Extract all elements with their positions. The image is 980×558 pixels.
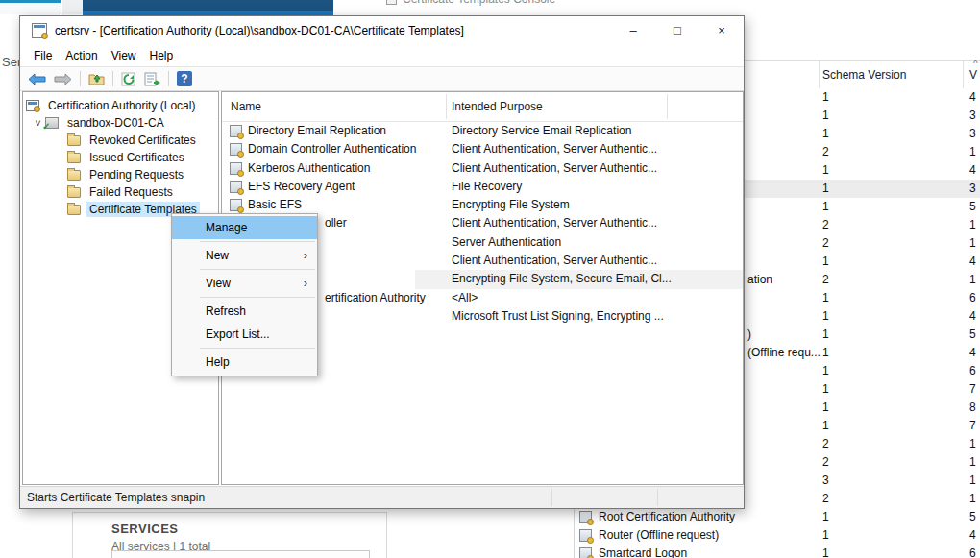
version-value: 1 [969,490,976,508]
version-column-header[interactable]: V [969,68,977,82]
version-value: 5 [969,198,976,216]
status-text: Starts Certificate Templates snapin [27,491,205,504]
version-value: 3 [969,107,976,125]
version-value: 5 [969,508,976,526]
template-name-fragment: oller [325,214,347,232]
tree-item[interactable]: Certification Authority (Local) [23,97,218,114]
template-row[interactable]: Kerberos Authentication Client Authentic… [222,159,743,178]
version-value: 8 [969,399,976,417]
close-button[interactable]: × [699,16,744,44]
intended-purpose-column-header[interactable]: Intended Purpose [452,100,543,113]
schema-version-value: 2 [822,143,829,161]
export-list-icon[interactable] [144,72,160,86]
refresh-icon[interactable] [121,72,136,86]
schema-version-value: 1 [822,107,829,125]
certificate-template-icon [230,181,242,193]
schema-version-value: 1 [822,399,829,417]
context-menu-item[interactable]: Export List... [172,323,317,346]
template-intended-purpose: Client Authentication, Server Authentic.… [452,140,657,158]
schema-version-value: 1 [822,161,829,180]
certificate-template-icon [579,529,592,542]
toolbar: ? [20,66,744,91]
context-menu: Manage New › View › Refresh Export List.… [171,213,318,376]
minimize-button[interactable]: – [611,16,655,44]
template-row[interactable]: Basic EFS Encrypting File System [222,196,743,214]
sort-caret-icon: ^ [973,59,978,69]
background-tab-edge [62,0,83,14]
column-divider[interactable] [446,94,447,119]
context-menu-item[interactable]: Refresh [172,300,317,323]
version-value: 4 [969,344,976,362]
menu-bar-item[interactable]: Action [65,49,97,62]
tree-item[interactable]: Pending Requests [23,166,218,183]
schema-version-value: 1 [822,362,829,380]
version-value: 4 [969,307,976,326]
help-icon[interactable]: ? [177,71,192,86]
tree-item-label: Pending Requests [86,167,186,182]
schema-version-value: 1 [822,253,829,271]
background-table-row[interactable]: Router (Offline request) 1 4 [575,526,980,545]
template-intended-purpose: Server Authentication [452,233,561,252]
menu-separator [200,269,315,270]
menu-bar: FileActionViewHelp [20,45,744,66]
tree-item-icon [67,205,81,215]
schema-version-value: 2 [822,435,829,453]
version-value: 7 [969,380,976,399]
context-menu-item[interactable]: New › [172,244,317,267]
context-menu-item[interactable]: View › [172,272,317,295]
version-value: 4 [969,161,976,180]
version-value: 3 [969,125,976,143]
menu-bar-item[interactable]: Help [150,49,174,62]
template-row[interactable]: Domain Controller Authentication Client … [222,140,743,158]
template-name: Root Certification Authority [599,508,735,526]
template-row[interactable]: Directory Email Replication Directory Se… [222,122,743,140]
list-header: Name Intended Purpose [222,92,743,122]
certsrv-window: certsrv - [Certification Authority (Loca… [19,15,745,509]
template-intended-purpose: Client Authentication, Server Authentic.… [452,214,657,232]
background-table-row[interactable]: Root Certification Authority 1 5 [575,508,980,526]
tree-item[interactable]: Failed Requests [23,183,218,201]
menu-bar-item[interactable]: File [34,49,52,62]
template-name: Directory Email Replication [248,122,386,140]
forward-icon[interactable] [54,73,72,85]
tree-item[interactable]: ˅ sandbox-DC01-CA [23,114,218,132]
certificate-template-icon [230,162,242,175]
background-tab[interactable] [0,0,61,14]
template-name-fragment: ) [747,326,751,344]
show-parent-folder-icon[interactable] [88,72,105,85]
name-column-header[interactable]: Name [231,100,261,113]
tree-item-icon [26,100,39,111]
menu-bar-item[interactable]: View [111,49,136,62]
status-bar-divider [657,489,658,506]
context-menu-item-label: Export List... [206,328,270,341]
console-root-label-clip: Certificate Templates Console [386,0,607,7]
window-title: certsrv - [Certification Authority (Loca… [55,24,464,37]
column-divider[interactable] [667,94,668,119]
context-menu-item[interactable]: Help [172,351,317,374]
menu-separator [200,297,315,298]
schema-version-value: 1 [822,417,829,435]
tree-item-icon [67,170,81,181]
background-table-row[interactable]: Smartcard Logon 1 6 [575,545,980,558]
console-root-label: Certificate Templates Console [386,0,555,6]
schema-version-value: 1 [822,326,829,344]
title-bar[interactable]: certsrv - [Certification Authority (Loca… [20,16,744,45]
schema-version-column-header[interactable]: Schema Version [822,68,906,82]
schema-version-value: 2 [822,271,829,289]
tree-item-label: Issued Certificates [86,150,187,165]
context-menu-item[interactable]: Manage [172,216,317,239]
schema-version-value: 1 [822,545,829,558]
template-intended-purpose: Encrypting File System [452,196,570,214]
version-value: 1 [969,216,976,234]
tree-item[interactable]: Issued Certificates [23,149,218,166]
maximize-button[interactable]: □ [655,16,699,44]
back-icon[interactable] [28,73,46,85]
schema-version-value: 1 [822,289,829,307]
certificate-template-icon [579,547,592,558]
tree-item-label: Revoked Certificates [86,133,199,148]
tree-item-icon [67,135,81,146]
tree-item[interactable]: Revoked Certificates [23,132,218,149]
template-intended-purpose: File Recovery [452,178,522,196]
template-row[interactable]: EFS Recovery Agent File Recovery [222,178,743,196]
version-value: 1 [969,435,976,453]
